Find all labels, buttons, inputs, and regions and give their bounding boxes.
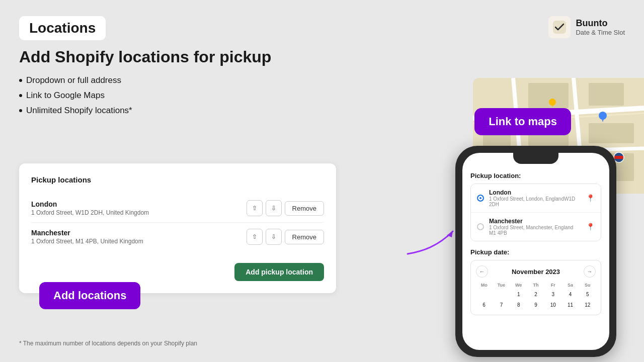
- pickup-option-london[interactable]: London 1 Oxford Street, London, EnglandW…: [471, 184, 601, 213]
- location-info-london: London 1 Oxford Street, W1D 2DH, United …: [31, 200, 149, 216]
- pickup-date-title: Pickup date:: [470, 248, 601, 256]
- svg-rect-8: [589, 83, 624, 106]
- pickup-option-manchester[interactable]: Manchester 1 Oxford Street, Manchester, …: [471, 213, 601, 241]
- main-heading: Add Shopify locations for pickup: [19, 48, 271, 66]
- add-pickup-button[interactable]: Add pickup location: [234, 263, 324, 281]
- svg-rect-11: [589, 123, 634, 143]
- pickup-card: Pickup locations London 1 Oxford Street,…: [19, 163, 336, 293]
- option-info-manchester: Manchester 1 Oxford Street, Manchester, …: [489, 218, 581, 236]
- map-pin-manchester: 📍: [586, 223, 595, 231]
- arrow-graphic: [403, 221, 463, 261]
- down-btn-manchester[interactable]: ⇩: [266, 229, 282, 245]
- cal-day-7[interactable]: 7: [493, 300, 509, 310]
- location-controls-manchester: ⇧ ⇩ Remove: [247, 229, 324, 245]
- loc-name-manchester: Manchester: [31, 229, 143, 237]
- logo-icon: [548, 16, 571, 38]
- opt-name-london: London: [489, 189, 581, 196]
- phone-outer: Pickup location: London 1 Oxford Street,…: [455, 146, 616, 357]
- cal-header-tue: Tue: [493, 282, 509, 289]
- cal-day-empty-2: [493, 290, 509, 299]
- location-row-2: Manchester 1 Oxford Street, M1 4PB, Unit…: [31, 223, 324, 251]
- feature-item-1: Dropdown or full address: [19, 75, 132, 85]
- cal-day-9[interactable]: 9: [528, 300, 544, 310]
- cal-next-button[interactable]: →: [584, 265, 596, 278]
- cal-day-1[interactable]: 1: [511, 290, 527, 299]
- opt-addr-manchester: 1 Oxford Street, Manchester, England M1 …: [489, 225, 581, 236]
- cal-day-5[interactable]: 5: [580, 290, 596, 299]
- up-btn-manchester[interactable]: ⇧: [247, 229, 263, 245]
- logo-name: Buunto: [576, 18, 625, 29]
- cal-header-sa: Sa: [562, 282, 578, 289]
- cal-day-empty-1: [476, 290, 492, 299]
- calendar-header: ← November 2023 →: [476, 265, 596, 278]
- cal-day-2[interactable]: 2: [528, 290, 544, 299]
- cal-header-fr: Fr: [545, 282, 561, 289]
- cal-prev-button[interactable]: ←: [476, 265, 488, 278]
- loc-name-london: London: [31, 200, 149, 208]
- phone-mockup: Pickup location: London 1 Oxford Street,…: [455, 146, 626, 362]
- footnote: * The maximum number of locations depend…: [19, 340, 197, 347]
- cal-day-11[interactable]: 11: [562, 300, 578, 310]
- svg-marker-24: [447, 231, 453, 237]
- opt-name-manchester: Manchester: [489, 218, 581, 225]
- remove-btn-manchester[interactable]: Remove: [285, 230, 324, 244]
- phone-notch: [513, 153, 558, 164]
- cal-day-3[interactable]: 3: [545, 290, 561, 299]
- remove-btn-london[interactable]: Remove: [285, 201, 324, 216]
- option-info-london: London 1 Oxford Street, London, EnglandW…: [489, 189, 581, 207]
- loc-addr-manchester: 1 Oxford Street, M1 4PB, United Kingdom: [31, 238, 143, 245]
- feature-item-3: Unlimited Shopify locations*: [19, 106, 132, 116]
- logo-subtitle: Date & Time Slot: [576, 29, 625, 36]
- logo-area: Buunto Date & Time Slot: [548, 16, 625, 38]
- cal-day-4[interactable]: 4: [562, 290, 578, 299]
- map-pin-london: 📍: [586, 194, 595, 202]
- cal-header-mo: Mo: [476, 282, 492, 289]
- cal-day-6[interactable]: 6: [476, 300, 492, 310]
- cal-header-th: Th: [528, 282, 544, 289]
- locations-badge: Locations: [19, 16, 106, 40]
- features-list: Dropdown or full address Link to Google …: [19, 75, 132, 121]
- calendar-grid: Mo Tue We Th Fr Sa Su 1 2 3 4 5 6: [476, 282, 596, 310]
- cal-header-we: We: [511, 282, 527, 289]
- cal-header-su: Su: [580, 282, 596, 289]
- cal-month-label: November 2023: [512, 268, 560, 276]
- loc-addr-london: 1 Oxford Street, W1D 2DH, United Kingdom: [31, 209, 149, 216]
- down-btn-london[interactable]: ⇩: [266, 200, 282, 216]
- feature-item-2: Link to Google Maps: [19, 90, 132, 101]
- up-btn-london[interactable]: ⇧: [247, 200, 263, 216]
- calendar-area: ← November 2023 → Mo Tue We Th Fr Sa Su …: [470, 260, 601, 315]
- bullet-1: [19, 79, 22, 82]
- svg-rect-7: [528, 83, 569, 108]
- location-row-1: London 1 Oxford Street, W1D 2DH, United …: [31, 194, 324, 223]
- locations-badge-label: Locations: [29, 20, 96, 36]
- logo-text: Buunto Date & Time Slot: [576, 18, 625, 36]
- cal-day-8[interactable]: 8: [511, 300, 527, 310]
- bullet-3: [19, 109, 22, 112]
- link-to-maps-bubble[interactable]: Link to maps: [474, 108, 571, 135]
- pickup-location-title: Pickup location:: [470, 172, 601, 179]
- location-info-manchester: Manchester 1 Oxford Street, M1 4PB, Unit…: [31, 229, 143, 245]
- cal-day-10[interactable]: 10: [545, 300, 561, 310]
- location-controls-london: ⇧ ⇩ Remove: [247, 200, 324, 216]
- radio-london: [477, 195, 484, 202]
- add-locations-bubble[interactable]: Add locations: [39, 282, 140, 309]
- pickup-card-title: Pickup locations: [31, 175, 324, 184]
- opt-addr-london: 1 Oxford Street, London, EnglandW1D 2DH: [489, 196, 581, 207]
- radio-manchester: [477, 223, 484, 230]
- bullet-2: [19, 94, 22, 97]
- phone-screen: Pickup location: London 1 Oxford Street,…: [462, 153, 609, 350]
- cal-day-12[interactable]: 12: [580, 300, 596, 310]
- pickup-options: London 1 Oxford Street, London, EnglandW…: [470, 184, 601, 241]
